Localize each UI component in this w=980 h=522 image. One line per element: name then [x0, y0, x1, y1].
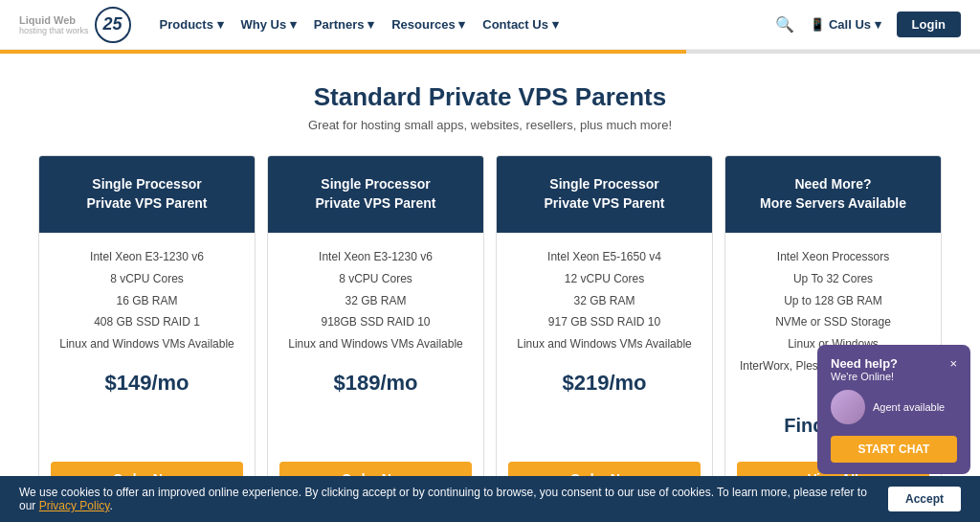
start-chat-button[interactable]: START CHAT: [831, 436, 957, 463]
chat-title: Need help?: [831, 356, 898, 371]
standard-card-1-body: Intel Xeon E3-1230 v68 vCPU Cores16 GB R…: [39, 233, 255, 462]
chat-avatar-row: Agent available: [831, 390, 957, 424]
chat-close-icon[interactable]: ×: [949, 356, 957, 371]
cookie-message: We use cookies to offer an improved onli…: [19, 486, 867, 512]
logo-text: Liquid Web hosting that works: [19, 14, 89, 35]
privacy-policy-link[interactable]: Privacy Policy: [39, 499, 110, 512]
cookie-text: We use cookies to offer an improved onli…: [19, 486, 869, 512]
call-button[interactable]: 📱 Call Us ▾: [810, 17, 880, 32]
nav-partners[interactable]: Partners ▾: [314, 17, 374, 32]
nav-resources[interactable]: Resources ▾: [391, 17, 465, 32]
standard-card-2-price: $189/mo: [279, 371, 472, 396]
standard-card-1-price: $149/mo: [51, 371, 243, 396]
standard-card-4-header: Need More?More Servers Available: [725, 156, 941, 233]
standard-card-2: Single ProcessorPrivate VPS Parent Intel…: [267, 155, 484, 512]
logo: Liquid Web hosting that works 25: [19, 7, 131, 43]
standard-section-title: Standard Private VPS Parents: [38, 82, 942, 112]
nav-links: Products ▾ Why Us ▾ Partners ▾ Resources…: [160, 17, 776, 32]
standard-card-1-specs: Intel Xeon E3-1230 v68 vCPU Cores16 GB R…: [51, 246, 243, 355]
standard-subtitle: Great for hosting small apps, websites, …: [38, 118, 942, 132]
navigation: Liquid Web hosting that works 25 Product…: [0, 0, 980, 50]
cookie-bar: We use cookies to offer an improved onli…: [0, 476, 980, 522]
nav-products[interactable]: Products ▾: [160, 17, 224, 32]
standard-title: Standard Private VPS Parents: [38, 82, 942, 112]
chat-subtitle: We're Online!: [831, 371, 898, 382]
nav-contact[interactable]: Contact Us ▾: [482, 17, 558, 32]
chat-agent-text: Agent available: [873, 401, 945, 413]
standard-card-3-header: Single ProcessorPrivate VPS Parent: [497, 156, 712, 233]
standard-cards-grid: Single ProcessorPrivate VPS Parent Intel…: [38, 155, 942, 512]
search-icon[interactable]: 🔍: [775, 15, 794, 34]
nav-actions: 🔍 📱 Call Us ▾ Login: [775, 11, 961, 37]
standard-card-3-price: $219/mo: [508, 371, 701, 396]
nav-whyus[interactable]: Why Us ▾: [241, 17, 297, 32]
accept-cookie-button[interactable]: Accept: [888, 487, 961, 511]
standard-card-2-body: Intel Xeon E3-1230 v68 vCPU Cores32 GB R…: [268, 233, 483, 462]
login-button[interactable]: Login: [897, 11, 961, 37]
chat-widget: Need help? We're Online! × Agent availab…: [817, 345, 970, 474]
standard-card-1-header: Single ProcessorPrivate VPS Parent: [39, 156, 255, 233]
standard-card-2-header: Single ProcessorPrivate VPS Parent: [268, 156, 483, 233]
standard-card-1: Single ProcessorPrivate VPS Parent Intel…: [38, 155, 256, 512]
standard-card-3-body: Intel Xeon E5-1650 v412 vCPU Cores32 GB …: [497, 233, 712, 462]
chat-avatar: [831, 390, 865, 424]
standard-card-3: Single ProcessorPrivate VPS Parent Intel…: [496, 155, 713, 512]
logo-years: 25: [95, 7, 131, 43]
chat-info: Need help? We're Online!: [831, 356, 898, 382]
chat-header: Need help? We're Online! ×: [831, 356, 957, 382]
standard-card-2-specs: Intel Xeon E3-1230 v68 vCPU Cores32 GB R…: [279, 246, 472, 355]
standard-card-3-specs: Intel Xeon E5-1650 v412 vCPU Cores32 GB …: [508, 246, 701, 355]
